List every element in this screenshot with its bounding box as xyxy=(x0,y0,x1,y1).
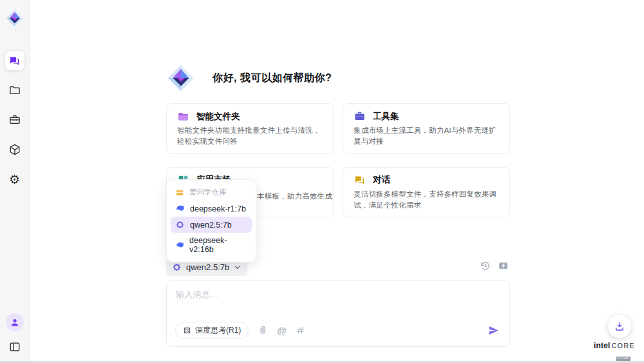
card-description: 灵活切换多模型文件，支持多样回复效果调试，满足个性化需求 xyxy=(354,189,499,211)
attach-file-button[interactable] xyxy=(258,326,268,336)
sidebar-item-chat[interactable] xyxy=(5,51,24,70)
card-description-partial: 本模板，助力高效生成多 xyxy=(257,191,333,202)
deepseek-whale-icon xyxy=(175,204,185,213)
new-chat-icon xyxy=(498,260,509,271)
composer-toolbar: 深度思考(R1) @ xyxy=(175,322,500,339)
app-logo[interactable] xyxy=(5,8,24,28)
chevron-down-icon xyxy=(234,264,241,271)
model-option-qwen[interactable]: qwen2.5:7b xyxy=(171,217,252,233)
sidebar-toggle-icon xyxy=(8,340,21,353)
model-option-deepseek-v2[interactable]: deepseek-v2:16b xyxy=(171,233,252,257)
gear-icon: ⚙ xyxy=(9,173,20,186)
model-menu-group-label: 爱问学仓库 xyxy=(171,184,252,201)
card-smart-folder[interactable]: 智能文件夹 智能文件夹功能支持批量文件上传与清洗，轻松实现文件问答 xyxy=(166,103,334,154)
send-button[interactable] xyxy=(488,324,500,337)
model-selector-label: qwen2.5:7b xyxy=(186,262,229,272)
repository-icon xyxy=(175,188,184,197)
folder-icon xyxy=(8,84,21,97)
model-option-label: deepseek-r1:7b xyxy=(190,204,246,213)
download-icon xyxy=(614,320,625,332)
card-title: 智能文件夹 xyxy=(196,111,240,123)
sidebar-item-folders[interactable] xyxy=(5,81,24,100)
card-toolset[interactable]: 工具集 集成市场上主流工具，助力AI与外界无缝扩展与对接 xyxy=(343,103,510,154)
qwen-icon xyxy=(175,220,185,230)
intel-core-badge: intelcore ultra xyxy=(593,341,636,362)
model-menu-group-text: 爱问学仓库 xyxy=(189,188,227,197)
briefcase-icon xyxy=(8,113,21,126)
card-title: 对话 xyxy=(373,174,390,186)
sidebar: ⚙ xyxy=(0,0,30,363)
message-composer: 深度思考(R1) @ xyxy=(166,280,510,347)
briefcase-icon xyxy=(354,110,366,123)
sidebar-item-toolbox[interactable] xyxy=(5,110,24,130)
card-description: 集成市场上主流工具，助力AI与外界无缝扩展与对接 xyxy=(354,125,499,148)
sidebar-item-models[interactable] xyxy=(5,140,24,159)
intel-wordmark: intel xyxy=(594,341,611,350)
user-icon xyxy=(10,317,20,328)
card-description: 智能文件夹功能支持批量文件上传与清洗，轻松实现文件问答 xyxy=(177,125,323,148)
mention-button[interactable]: @ xyxy=(277,326,287,335)
chat-icon xyxy=(8,55,21,67)
model-option-deepseek-r1[interactable]: deepseek-r1:7b xyxy=(171,201,252,217)
deepseek-whale-icon xyxy=(175,240,184,250)
send-icon xyxy=(488,324,500,337)
message-input[interactable] xyxy=(167,280,509,320)
model-dropdown-menu: 爱问学仓库 deepseek-r1:7b qwen2.5:7b deepseek… xyxy=(166,179,256,262)
sidebar-bottom xyxy=(5,313,24,357)
paperclip-icon xyxy=(258,326,268,336)
user-avatar-button[interactable] xyxy=(6,313,24,331)
deep-think-toggle[interactable]: 深度思考(R1) xyxy=(175,322,249,339)
hash-icon xyxy=(296,326,305,335)
download-fab[interactable] xyxy=(608,315,631,338)
greeting-text: 你好, 我可以如何帮助你? xyxy=(213,72,332,85)
greeting-logo-icon xyxy=(166,63,196,93)
chat-bubbles-icon xyxy=(354,174,366,186)
qwen-icon xyxy=(172,262,182,272)
model-option-label: deepseek-v2:16b xyxy=(189,236,247,254)
hash-button[interactable] xyxy=(296,326,305,335)
main-content: 你好, 我可以如何帮助你? 智能文件夹 智能文件夹功能支持批量文件上传与清洗，轻… xyxy=(166,0,510,363)
sidebar-toggle-button[interactable] xyxy=(5,337,24,357)
app-logo-icon xyxy=(5,8,24,28)
intel-ultra-badge: ultra xyxy=(616,357,630,361)
sidebar-nav: ⚙ xyxy=(5,51,24,189)
deep-think-icon xyxy=(183,326,191,335)
new-chat-button[interactable] xyxy=(498,260,509,271)
folder-icon xyxy=(177,110,189,123)
deep-think-label: 深度思考(R1) xyxy=(195,325,241,336)
card-dialog[interactable]: 对话 灵活切换多模型文件，支持多样回复效果调试，满足个性化需求 xyxy=(343,167,510,218)
sidebar-item-settings[interactable]: ⚙ xyxy=(5,170,24,189)
core-wordmark: core xyxy=(612,342,635,349)
history-button[interactable] xyxy=(480,260,491,271)
greeting: 你好, 我可以如何帮助你? xyxy=(166,63,332,93)
chat-tools xyxy=(480,260,509,271)
history-icon xyxy=(480,260,491,271)
model-option-label: qwen2.5:7b xyxy=(190,221,232,230)
cube-icon xyxy=(8,143,21,156)
card-title: 工具集 xyxy=(373,111,399,123)
